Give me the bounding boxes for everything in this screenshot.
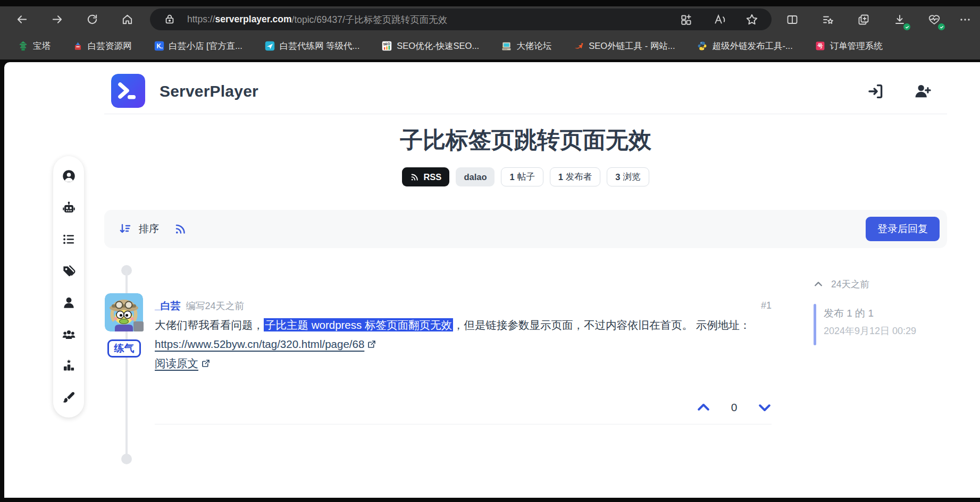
external-link-icon[interactable] [201, 359, 211, 368]
split-screen-icon[interactable] [783, 10, 802, 29]
signup-icon[interactable] [914, 82, 932, 100]
browser-toolbar: https://serverplayer.com/topic/69437/子比标… [0, 6, 980, 32]
topic-badges: RSS dalao 1 帖子 1 发布者 3 浏览 [104, 167, 947, 186]
topic-title: 子比标签页跳转页面无效 [104, 125, 947, 156]
url-path: /topic/69437/子比标签页跳转页面无效 [292, 13, 448, 26]
header-divider [104, 114, 947, 114]
bookmark-item[interactable]: 白芸代练网 等级代... [265, 40, 359, 52]
bookmark-item[interactable]: 白芸资源网 [73, 40, 132, 52]
bookmark-item[interactable]: K 白芸小店 [官方直... [154, 40, 242, 52]
essentials-check-badge [938, 23, 945, 30]
views-count: 3 [615, 172, 620, 182]
browser-menu-icon[interactable] [956, 10, 975, 29]
python-icon [697, 41, 707, 51]
login-to-reply-button[interactable]: 登录后回复 [866, 217, 940, 241]
resource-site-icon [73, 41, 83, 51]
users-group-icon[interactable] [62, 327, 76, 342]
post-date: 2024年9月12日 00:29 [824, 325, 916, 337]
brand-name[interactable]: ServerPlayer [160, 82, 258, 100]
brush-icon[interactable] [62, 390, 76, 405]
user-icon[interactable] [62, 295, 76, 310]
vote-count: 0 [731, 401, 738, 414]
k-store-icon: K [154, 41, 164, 51]
timeline-end-dot [121, 454, 132, 464]
bookmark-label: SEO外链工具 - 网站... [589, 40, 675, 52]
pagoda-icon [18, 41, 28, 51]
sort-control[interactable]: 排序 [119, 222, 159, 236]
body-text: 大佬们帮我看看问题， [155, 319, 264, 331]
favorite-star-icon[interactable] [745, 13, 759, 27]
bookmark-item[interactable]: 超级外链发布工具-... [697, 40, 792, 52]
url-domain: serverplayer.com [215, 14, 292, 25]
link-tool-icon [574, 41, 584, 51]
side-nav [53, 156, 84, 418]
read-aloud-icon[interactable] [713, 13, 726, 27]
apps-add-icon[interactable] [680, 13, 693, 27]
rss-icon [410, 173, 419, 182]
post-meta: 编写24天之前 [186, 300, 245, 312]
forum-page: ServerPlayer 子比标签页跳转页面无效 RSS dalao 1 帖子 … [4, 62, 980, 498]
post-number: #1 [748, 300, 772, 311]
scroll-up-icon[interactable] [813, 279, 824, 290]
downvote-icon[interactable] [757, 399, 773, 415]
bookmark-item[interactable]: SEO外链工具 - 网站... [574, 40, 675, 52]
views-count-badge: 3 浏览 [607, 167, 649, 186]
highlighted-text: 子比主题 wordpress 标签页面翻页无效 [264, 318, 453, 331]
rank-badge: 练气 [107, 339, 141, 358]
posts-label: 帖子 [517, 171, 535, 183]
site-header: ServerPlayer [4, 62, 980, 114]
read-original-link[interactable]: 阅读原文 [155, 357, 198, 369]
back-icon[interactable] [12, 10, 31, 29]
post-author[interactable]: _白芸 [155, 299, 181, 313]
sort-bar: 排序 登录后回复 [104, 210, 947, 248]
login-icon[interactable] [867, 82, 885, 100]
downloads-icon[interactable] [890, 10, 909, 29]
address-bar[interactable]: https://serverplayer.com/topic/69437/子比标… [150, 8, 772, 30]
computer-icon [501, 41, 512, 51]
avatar-status-square [133, 321, 144, 331]
url-text[interactable]: https://serverplayer.com/topic/69437/子比标… [187, 8, 447, 30]
serverplayer-logo[interactable] [111, 74, 145, 108]
rss-badge[interactable]: RSS [402, 167, 449, 186]
seo-chart-icon: SEO [382, 41, 392, 51]
favorites-list-icon[interactable] [818, 10, 837, 29]
bookmark-item[interactable]: 号 订单管理系统 [815, 40, 883, 52]
leaderboard-icon[interactable] [62, 359, 76, 373]
example-url-link[interactable]: https://www.52byw.cn/tag/320.html/page/6… [155, 338, 364, 350]
sort-icon [119, 223, 131, 235]
bookmark-label: 订单管理系统 [830, 40, 883, 52]
authors-count: 1 [558, 172, 563, 182]
download-check-badge [903, 23, 910, 30]
bookmark-label: SEO优化-快速SEO... [397, 40, 479, 52]
tags-icon[interactable] [62, 264, 76, 278]
bookmark-item[interactable]: SEO SEO优化-快速SEO... [382, 40, 479, 52]
svg-text:K: K [156, 42, 161, 50]
robot-icon[interactable] [62, 201, 76, 215]
authors-label: 发布者 [566, 171, 592, 183]
feed-rss-icon[interactable] [174, 223, 187, 235]
rss-label: RSS [423, 172, 441, 182]
account-circle-icon[interactable] [62, 169, 76, 183]
forward-icon[interactable] [47, 10, 66, 29]
list-icon[interactable] [62, 232, 76, 246]
browser-essentials-icon[interactable] [925, 10, 944, 29]
lock-icon[interactable] [164, 13, 175, 25]
screen: https://serverplayer.com/topic/69437/子比标… [0, 0, 980, 502]
home-icon[interactable] [118, 10, 137, 29]
external-link-icon[interactable] [367, 339, 376, 349]
bookmark-label: 白芸代练网 等级代... [280, 40, 359, 52]
upvote-icon[interactable] [696, 399, 711, 415]
authors-count-badge: 1 发布者 [550, 167, 601, 186]
tag-badge[interactable]: dalao [456, 167, 495, 186]
body-text: ，但是链接参数显示页面，不过内容依旧在首页。 示例地址： [453, 319, 750, 331]
bookmark-label: 超级外链发布工具-... [712, 40, 792, 52]
bookmark-item[interactable]: 宝塔 [18, 40, 51, 52]
refresh-icon[interactable] [82, 10, 102, 29]
timeline-scrubber[interactable] [814, 304, 816, 345]
sort-label: 排序 [139, 222, 159, 236]
bookmark-item[interactable]: 大佬论坛 [501, 40, 551, 52]
rocket-icon [265, 41, 275, 51]
order-system-icon: 号 [815, 41, 825, 51]
bookmark-label: 宝塔 [33, 40, 51, 52]
collections-icon[interactable] [854, 10, 873, 29]
